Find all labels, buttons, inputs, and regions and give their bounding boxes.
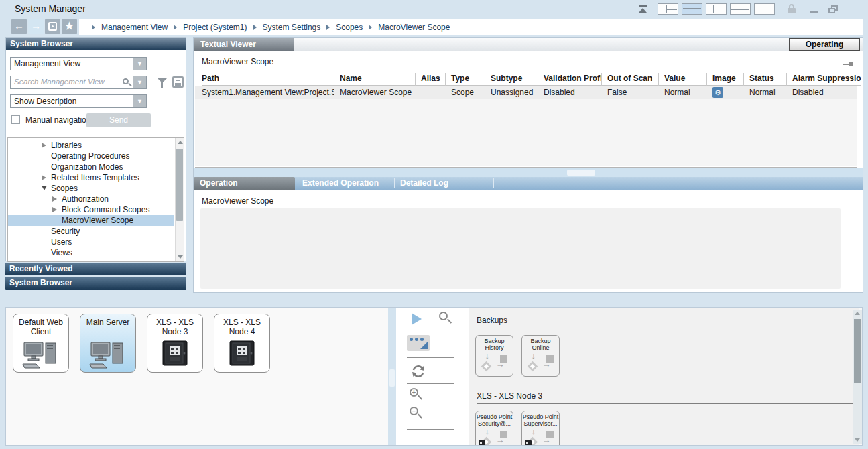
- tree-item[interactable]: Security: [8, 226, 174, 237]
- play-icon[interactable]: [412, 313, 422, 325]
- column-header-out-of-scan[interactable]: Out of Scan: [601, 73, 658, 86]
- recently-viewed-bar[interactable]: Recently Viewed: [5, 263, 186, 275]
- minimize-icon[interactable]: [810, 11, 818, 13]
- macro-flow-icon: ↓→: [526, 430, 556, 445]
- lock-icon[interactable]: [788, 4, 796, 14]
- tree-item[interactable]: Operating Procedures: [8, 151, 174, 162]
- column-header-name[interactable]: Name: [334, 73, 415, 86]
- history-icon[interactable]: [45, 19, 60, 34]
- vertical-splitter[interactable]: [388, 308, 396, 445]
- column-header-type[interactable]: Type: [445, 73, 485, 86]
- macro-tile[interactable]: Pseudo Point Supervisor...↓→: [521, 411, 560, 445]
- tree-item[interactable]: Block Command Scopes: [8, 204, 174, 215]
- refresh-icon[interactable]: [410, 363, 426, 379]
- collapse-arrow-icon[interactable]: [42, 172, 51, 183]
- panel-device-icon: [214, 340, 269, 368]
- macro-sections-area: BackupsBackup History↓→Backup Online↓→XL…: [469, 308, 859, 445]
- operating-mode-button[interactable]: Operating: [789, 38, 860, 51]
- restore-icon[interactable]: [828, 5, 838, 13]
- system-browser-bar[interactable]: System Browser: [5, 277, 186, 290]
- pin-icon[interactable]: [843, 62, 853, 66]
- breadcrumb-item[interactable]: Scopes: [336, 23, 363, 32]
- tree-item[interactable]: Organization Modes: [8, 162, 174, 172]
- tree-item[interactable]: Authorization: [8, 194, 174, 204]
- display-mode-selector[interactable]: Show Description ▼: [10, 94, 147, 108]
- view-selector[interactable]: Management View ▼: [10, 57, 147, 70]
- tree-item[interactable]: Views: [8, 247, 174, 258]
- column-header-image[interactable]: Image: [706, 73, 743, 86]
- table-empty-area: [195, 99, 857, 166]
- bottom-scrollbar[interactable]: [853, 310, 862, 444]
- tree-item[interactable]: Libraries: [8, 140, 174, 151]
- breadcrumb-item[interactable]: Project (System1): [183, 23, 247, 32]
- column-header-alarm-suppression[interactable]: Alarm Suppression: [786, 73, 861, 86]
- breadcrumb-separator-icon: [326, 25, 330, 30]
- tab-detailed-log[interactable]: Detailed Log: [394, 177, 493, 190]
- tree-item[interactable]: Related Items Templates: [8, 172, 174, 183]
- cell-alias: [415, 86, 445, 99]
- splitter-handle[interactable]: [567, 170, 595, 176]
- layout-single-pane-icon[interactable]: [754, 3, 775, 15]
- breadcrumb-item[interactable]: MacroViewer Scope: [378, 23, 450, 32]
- layout-top-pane-icon[interactable]: [682, 3, 702, 15]
- macro-tile-label: Pseudo Point Security@...: [476, 413, 513, 428]
- layout-split-right-icon[interactable]: [658, 3, 678, 15]
- collapse-arrow-icon[interactable]: [52, 194, 62, 204]
- device-tile[interactable]: Main Server: [80, 314, 136, 373]
- tree-item[interactable]: Users: [8, 237, 174, 247]
- collapse-arrow-icon[interactable]: [42, 140, 51, 151]
- layout-left-pane-icon[interactable]: [706, 3, 727, 15]
- breadcrumb[interactable]: Management ViewProject (System1)System S…: [79, 19, 863, 35]
- search-icon[interactable]: [439, 312, 448, 320]
- zoom-in-icon[interactable]: +: [410, 388, 418, 397]
- breadcrumb-item[interactable]: System Settings: [263, 23, 321, 32]
- macro-tool-icon[interactable]: [407, 335, 430, 351]
- tree-scrollbar[interactable]: [175, 138, 184, 261]
- column-header-path[interactable]: Path: [202, 73, 334, 86]
- favorite-star-icon[interactable]: ★: [62, 19, 77, 34]
- tab-textual-viewer[interactable]: Textual Viewer: [194, 38, 294, 51]
- splitter-handle[interactable]: [389, 369, 395, 387]
- collapse-arrow-icon[interactable]: [52, 204, 62, 215]
- table-header[interactable]: PathNameAliasTypeSubtypeValidation Profi…: [202, 73, 861, 86]
- layout-grid-icon[interactable]: [730, 3, 751, 15]
- column-header-alias[interactable]: Alias: [415, 73, 445, 86]
- panel-device-icon: [147, 340, 202, 368]
- device-tile[interactable]: XLS - XLS Node 4: [214, 314, 270, 373]
- tab-operation[interactable]: Operation: [194, 177, 295, 190]
- tab-extended-operation[interactable]: Extended Operation: [296, 177, 394, 190]
- textual-viewer-panel: Textual Viewer Operating MacroViewer Sco…: [193, 37, 863, 293]
- expand-arrow-icon[interactable]: [42, 183, 51, 194]
- column-header-value[interactable]: Value: [658, 73, 706, 86]
- search-icon[interactable]: [123, 78, 129, 84]
- device-tile[interactable]: Default Web Client: [13, 314, 69, 373]
- chevron-down-icon[interactable]: ▼: [133, 58, 146, 70]
- device-tile[interactable]: XLS - XLS Node 3: [147, 314, 203, 373]
- filter-icon[interactable]: [156, 76, 168, 88]
- pane-splitter[interactable]: [194, 168, 863, 177]
- search-input[interactable]: Search Management View ▼: [10, 76, 147, 89]
- column-header-status[interactable]: Status: [743, 73, 786, 86]
- manual-navigation-checkbox[interactable]: [11, 115, 20, 124]
- column-header-subtype[interactable]: Subtype: [485, 73, 538, 86]
- macro-tile[interactable]: Backup History↓→: [475, 335, 513, 377]
- macro-tile[interactable]: Backup Online↓→: [521, 335, 560, 377]
- tree-item[interactable]: MacroViewer Scope: [8, 215, 174, 226]
- breadcrumb-item[interactable]: Management View: [101, 23, 168, 32]
- decision-diamond-icon: [481, 361, 491, 372]
- zoom-out-icon[interactable]: −: [410, 407, 418, 415]
- macro-tile[interactable]: Pseudo Point Security@...↓→: [475, 411, 513, 445]
- table-row[interactable]: System1.Management View:Project.S...Macr…: [195, 86, 857, 99]
- collapse-top-icon[interactable]: [638, 5, 649, 13]
- navigation-bar: ← → ★ Management ViewProject (System1)Sy…: [0, 17, 868, 36]
- send-button[interactable]: Send: [86, 113, 151, 127]
- chevron-down-icon[interactable]: ▼: [133, 95, 146, 107]
- back-icon[interactable]: ←: [11, 19, 27, 34]
- save-icon[interactable]: [172, 76, 184, 88]
- arrow-right-icon: →: [496, 435, 505, 445]
- column-header-validation-profile[interactable]: Validation Profile: [538, 73, 601, 86]
- tree-item[interactable]: Scopes: [8, 183, 174, 194]
- forward-icon[interactable]: →: [28, 19, 44, 34]
- chevron-down-icon[interactable]: ▼: [133, 76, 146, 88]
- gears-icon[interactable]: ⚙: [712, 87, 723, 98]
